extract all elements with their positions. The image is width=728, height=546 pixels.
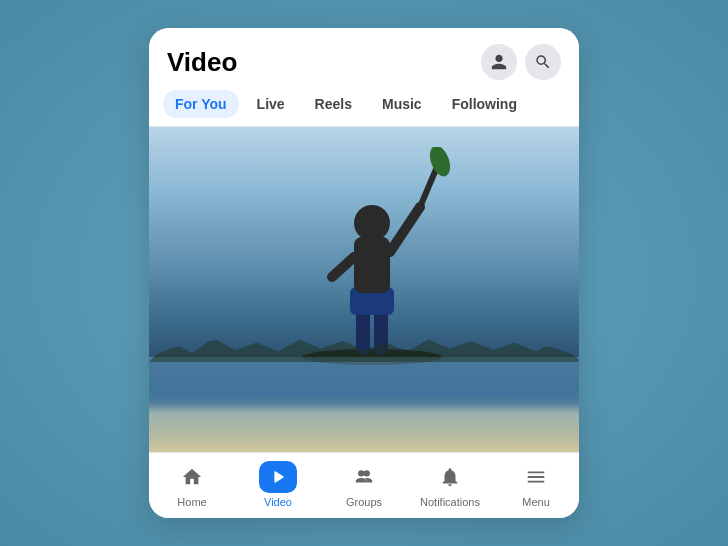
app-card: Video For You Live Reels Music Following — [149, 28, 579, 518]
nav-item-home[interactable]: Home — [162, 461, 222, 508]
groups-icon-wrap — [345, 461, 383, 493]
bell-icon — [439, 466, 461, 488]
svg-point-5 — [354, 205, 390, 241]
nav-item-groups[interactable]: Groups — [334, 461, 394, 508]
groups-icon — [353, 466, 375, 488]
home-icon-wrap — [173, 461, 211, 493]
tab-reels[interactable]: Reels — [303, 90, 364, 118]
svg-line-6 — [390, 207, 420, 252]
video-icon — [267, 466, 289, 488]
svg-point-11 — [364, 470, 370, 476]
svg-rect-4 — [354, 237, 390, 293]
nav-label-home: Home — [177, 496, 206, 508]
tab-for-you[interactable]: For You — [163, 90, 239, 118]
svg-line-7 — [332, 257, 354, 277]
menu-icon-wrap — [517, 461, 555, 493]
tab-music[interactable]: Music — [370, 90, 434, 118]
home-icon — [181, 466, 203, 488]
profile-icon — [490, 53, 508, 71]
notifications-icon-wrap — [431, 461, 469, 493]
nav-item-notifications[interactable]: Notifications — [420, 461, 480, 508]
search-icon — [534, 53, 552, 71]
svg-point-9 — [426, 147, 452, 179]
video-icon-wrap — [259, 461, 297, 493]
profile-button[interactable] — [481, 44, 517, 80]
bottom-navigation: Home Video Groups — [149, 452, 579, 518]
tab-live[interactable]: Live — [245, 90, 297, 118]
water-surface — [149, 357, 579, 452]
tab-following[interactable]: Following — [440, 90, 529, 118]
menu-icon — [525, 466, 547, 488]
nav-label-notifications: Notifications — [420, 496, 480, 508]
page-title: Video — [167, 47, 237, 78]
nav-item-menu[interactable]: Menu — [506, 461, 566, 508]
tab-bar: For You Live Reels Music Following — [149, 90, 579, 127]
header: Video — [149, 28, 579, 90]
nav-label-menu: Menu — [522, 496, 550, 508]
nav-label-groups: Groups — [346, 496, 382, 508]
nav-label-video: Video — [264, 496, 292, 508]
video-content[interactable] — [149, 127, 579, 452]
nav-item-video[interactable]: Video — [248, 461, 308, 508]
svg-point-10 — [358, 470, 364, 476]
header-icons — [481, 44, 561, 80]
paddleboarder-silhouette — [292, 147, 452, 367]
search-button[interactable] — [525, 44, 561, 80]
svg-line-8 — [420, 167, 437, 207]
